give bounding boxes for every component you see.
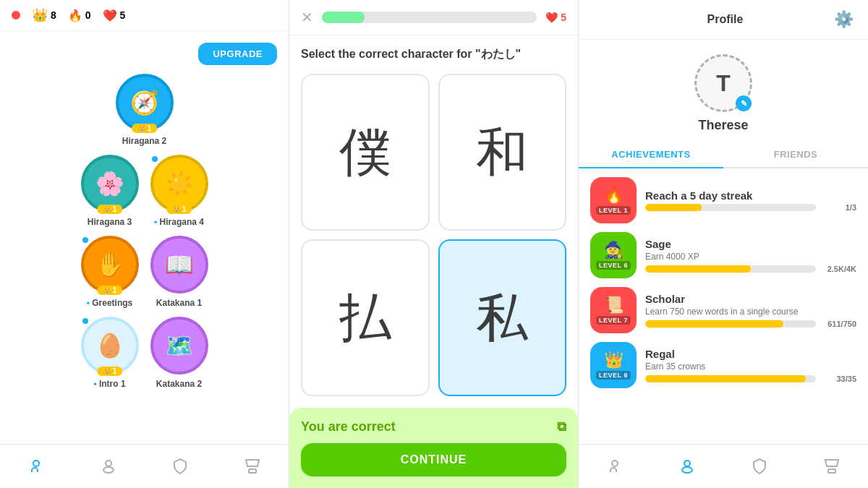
answer-card-2[interactable]: 払 [301,239,430,396]
achievement-sage: 🧙 LEVEL 6 Sage Earn 4000 XP 2.5K/4K [590,232,856,278]
achievement-info-streak: Reach a 5 day streak 1/3 [645,189,856,212]
profile-nav-shop[interactable] [817,452,846,481]
lesson-label-hiragana4: Hiragana 4 [154,217,204,227]
achievement-count-streak: 1/3 [820,203,856,212]
profile-navigation [579,444,868,488]
panel-map: 👑 8 🔥 0 ❤️ 5 UPGRADE 🧭 👑 1 Hir [0,0,289,488]
svg-point-5 [684,461,690,466]
achievement-badge-regal: 👑 LEVEL 6 [590,342,637,388]
profile-nav-home[interactable] [600,452,629,481]
profile-tabs: ACHIEVEMENTS FRIENDS [579,142,868,168]
avatar-section: T ✎ Therese [579,40,868,142]
tab-achievements[interactable]: ACHIEVEMENTS [579,142,723,168]
answer-card-3[interactable]: 私 [438,239,567,396]
lesson-label-katakana1: Katakana 1 [156,298,202,308]
nav-character[interactable] [94,452,123,481]
achievement-bar-bg-regal [645,375,816,382]
achievement-count-regal: 33/35 [820,374,856,383]
nav-shop[interactable] [238,452,267,481]
lesson-label-intro1: Intro 1 [93,379,125,389]
profile-header: Profile ⚙️ [579,0,868,40]
answer-card-1[interactable]: 和 [438,74,567,231]
achievement-icon-sage: 🧙 [604,241,624,260]
achievement-level-scholar: LEVEL 7 [596,316,631,325]
lesson-circle-hiragana3[interactable]: 🌸 👑1 [81,155,139,213]
avatar-edit-icon[interactable]: ✎ [736,95,752,111]
lesson-circle-intro1[interactable]: 🥚 👑1 [81,317,139,374]
svg-rect-7 [828,469,835,473]
achievement-desc-regal: Earn 35 crowns [645,361,856,372]
dot-indicator-hiragana4 [152,156,158,162]
svg-point-6 [682,467,692,473]
achievement-bar-fill-sage [645,265,751,273]
progress-bar [322,12,537,23]
lesson-item-katakana2: 🗺️ Katakana 2 [150,317,208,389]
quiz-body: Select the correct character for "わたし" 僕… [289,35,578,408]
lesson-circle-hiragana4[interactable]: ☀️ 👑1 [150,155,208,213]
continue-button[interactable]: CONTINUE [301,443,566,476]
lesson-circle-hiragana2[interactable]: 🧭 👑 1 [116,74,174,132]
crown-badge-header: 👑 8 [32,7,56,23]
profile-nav-shield[interactable] [745,452,774,481]
lesson-circle-katakana2[interactable]: 🗺️ [150,317,208,374]
nav-shield[interactable] [166,452,195,481]
achievement-bar-fill-scholar [645,320,783,328]
lesson-row-intro1-katakana2: 🥚 👑1 Intro 1 🗺️ Katakana 2 [12,317,277,389]
crown-badge-hiragana3: 👑1 [97,205,123,214]
achievement-regal: 👑 LEVEL 6 Regal Earn 35 crowns 33/35 [590,342,856,388]
achievement-desc-scholar: Learn 750 new words in a single course [645,307,856,317]
dot-indicator-greetings [82,237,88,243]
tab-friends[interactable]: FRIENDS [723,142,868,167]
progress-bar-fill [322,12,365,23]
panel-profile: Profile ⚙️ T ✎ Therese ACHIEVEMENTS FRIE… [579,0,868,488]
achievement-icon-scholar: 📜 [604,296,624,314]
heart-icon-quiz: ❤️ [545,12,558,23]
share-icon[interactable]: ⧉ [557,419,566,435]
lesson-label-hiragana3: Hiragana 3 [88,217,132,227]
achievement-level-streak: LEVEL 1 [596,206,631,215]
lesson-circle-katakana1[interactable]: 📖 [150,236,208,294]
achievement-level-regal: LEVEL 6 [596,371,631,380]
profile-title: Profile [707,13,744,26]
lesson-item-katakana1: 📖 Katakana 1 [150,236,208,308]
achievement-badge-sage: 🧙 LEVEL 6 [590,232,637,278]
answer-card-0[interactable]: 僕 [301,74,430,231]
answer-char-0: 僕 [339,118,391,187]
svg-point-2 [103,467,114,473]
lesson-item-intro1: 🥚 👑1 Intro 1 [81,317,139,389]
fire-icon: 🔥 [68,9,82,22]
map-header: 👑 8 🔥 0 ❤️ 5 [0,0,289,31]
lesson-icon-greetings: ✋ [95,251,124,278]
achievement-bar-bg-sage [645,265,816,273]
lesson-label-greetings: Greetings [87,298,133,308]
achievement-info-sage: Sage Earn 4000 XP 2.5K/4K [645,238,856,273]
svg-rect-3 [249,469,256,473]
lesson-icon-hiragana3: 🌸 [95,170,124,197]
feedback-text: You are correct ⧉ [301,419,566,435]
lesson-item-hiragana3: 🌸 👑1 Hiragana 3 [81,155,139,227]
lesson-row-greetings-katakana1: ✋ 👑1 Greetings 📖 Katakana 1 [12,236,277,308]
achievement-badge-streak: 🔥 LEVEL 1 [590,177,637,223]
quiz-header: ✕ ❤️ 5 [289,0,578,35]
lesson-row-hiragana34: 🌸 👑1 Hiragana 3 ☀️ 👑1 Hiragana 4 [12,155,277,227]
avatar-letter: T [716,70,731,97]
crown-icon-small: 👑 [137,124,146,132]
username: Therese [698,118,748,133]
avatar[interactable]: T ✎ [694,54,752,112]
settings-button[interactable]: ⚙️ [834,10,854,29]
answer-char-3: 私 [476,283,528,353]
achievement-scholar: 📜 LEVEL 7 Scholar Learn 750 new words in… [590,287,856,333]
heart-badge-header: ❤️ 5 [103,9,126,22]
lives-count: 5 [561,12,566,23]
nav-home[interactable] [22,452,51,481]
achievement-progress-regal: 33/35 [645,374,856,383]
upgrade-button[interactable]: UPGRADE [198,43,277,65]
crown-badge-intro1: 👑1 [97,367,123,376]
close-button[interactable]: ✕ [301,9,313,26]
lesson-circle-greetings[interactable]: ✋ 👑1 [81,236,139,294]
lesson-icon-intro1: 🥚 [95,332,124,359]
heart-icon: ❤️ [103,9,117,22]
achievement-bar-bg-streak [645,204,816,211]
profile-nav-character[interactable] [673,452,702,481]
achievement-bar-bg-scholar [645,320,816,328]
